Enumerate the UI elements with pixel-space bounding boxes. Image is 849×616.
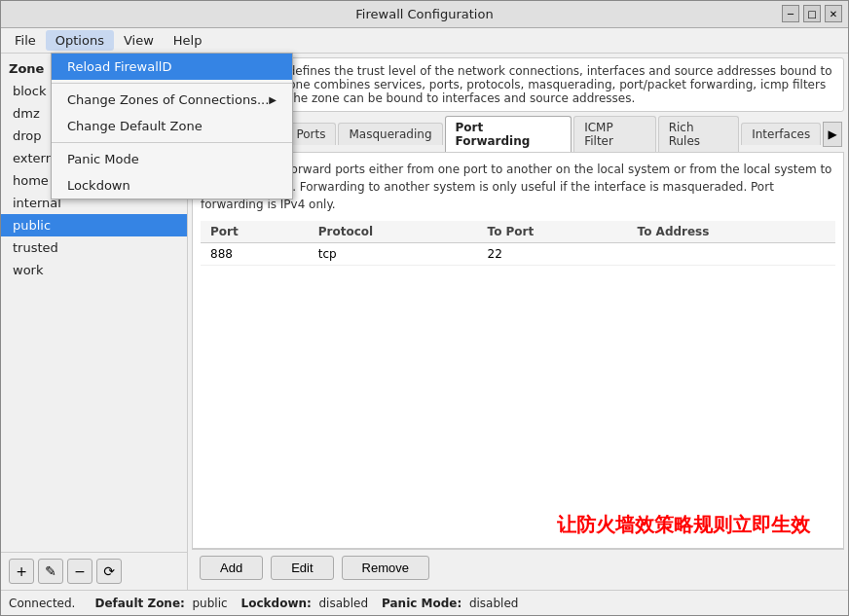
- options-dropdown: Reload FirewallD Change Zones of Connect…: [51, 53, 293, 199]
- edit-zone-button[interactable]: ✎: [38, 559, 63, 584]
- tab-rich-rules[interactable]: Rich Rules: [658, 116, 740, 152]
- dropdown-panic-mode[interactable]: Panic Mode: [52, 146, 292, 172]
- zone-trusted[interactable]: trusted: [1, 236, 187, 259]
- dropdown-lockdown[interactable]: Lockdown: [52, 172, 292, 199]
- dropdown-change-zones[interactable]: Change Zones of Connections... ▶: [52, 87, 292, 113]
- minimize-button[interactable]: ─: [782, 5, 799, 22]
- tab-content-port-forwarding: Add entries to forward ports either from…: [192, 153, 844, 549]
- cell-to-port: 22: [478, 243, 628, 266]
- dropdown-change-default[interactable]: Change Default Zone: [52, 113, 292, 139]
- dropdown-reload-firewalld[interactable]: Reload FirewallD: [52, 54, 292, 80]
- tab-ports[interactable]: Ports: [285, 123, 336, 145]
- tab-masquerading[interactable]: Masquerading: [338, 123, 442, 145]
- zone-public[interactable]: public: [1, 214, 187, 236]
- statusbar: Connected. Default Zone: public Lockdown…: [1, 590, 848, 615]
- col-to-port: To Port: [478, 221, 628, 243]
- menu-options[interactable]: Options: [46, 30, 114, 51]
- table-row[interactable]: 888 tcp 22: [201, 243, 835, 266]
- tab-icmp-filter[interactable]: ICMP Filter: [573, 116, 655, 152]
- col-to-address: To Address: [628, 221, 835, 243]
- window-controls: ─ □ ✕: [782, 5, 842, 22]
- col-protocol: Protocol: [309, 221, 478, 243]
- submenu-arrow: ▶: [269, 94, 277, 105]
- action-buttons: Add Edit Remove: [192, 549, 844, 586]
- cell-protocol: tcp: [309, 243, 478, 266]
- cell-to-address: [628, 243, 835, 266]
- dropdown-separator-2: [52, 142, 292, 143]
- menubar: File Options View Help: [1, 28, 848, 54]
- panic-mode-value: disabled: [469, 597, 519, 610]
- tab-port-forwarding[interactable]: Port Forwarding: [445, 116, 572, 152]
- panic-mode-label: Panic Mode: disabled: [382, 597, 518, 610]
- port-forwarding-description: Add entries to forward ports either from…: [201, 161, 835, 213]
- menu-view[interactable]: View: [114, 30, 164, 51]
- window-title: Firewall Configuration: [355, 7, 493, 21]
- status-connected: Connected.: [9, 597, 75, 610]
- tab-interfaces[interactable]: Interfaces: [741, 123, 821, 145]
- lockdown-label: Lockdown: disabled: [241, 597, 368, 610]
- reload-zone-button[interactable]: ⟳: [96, 559, 122, 584]
- main-window: Firewall Configuration ─ □ ✕ File Option…: [0, 0, 849, 616]
- zone-work[interactable]: work: [1, 259, 187, 281]
- edit-button[interactable]: Edit: [271, 556, 333, 580]
- remove-button[interactable]: Remove: [342, 556, 429, 580]
- port-forwarding-table: Port Protocol To Port To Address 888 tcp…: [201, 221, 835, 266]
- annotation-text: 让防火墙效策略规则立即生效: [557, 512, 810, 538]
- default-zone-value: public: [193, 597, 228, 610]
- add-button[interactable]: Add: [200, 556, 263, 580]
- col-port: Port: [201, 221, 309, 243]
- menu-file[interactable]: File: [5, 30, 46, 51]
- menu-help[interactable]: Help: [164, 30, 212, 51]
- sidebar-actions: + ✎ − ⟳: [1, 552, 187, 590]
- tab-scroll-right[interactable]: ▶: [823, 122, 842, 147]
- status-info: Default Zone: public Lockdown: disabled …: [94, 597, 840, 610]
- add-zone-button[interactable]: +: [9, 559, 34, 584]
- default-zone-label: Default Zone: public: [94, 597, 227, 610]
- cell-port: 888: [201, 243, 309, 266]
- lockdown-value: disabled: [319, 597, 369, 610]
- maximize-button[interactable]: □: [803, 5, 821, 22]
- close-button[interactable]: ✕: [825, 5, 842, 22]
- dropdown-separator-1: [52, 83, 292, 84]
- remove-zone-button[interactable]: −: [67, 559, 92, 584]
- titlebar: Firewall Configuration ─ □ ✕: [1, 1, 848, 28]
